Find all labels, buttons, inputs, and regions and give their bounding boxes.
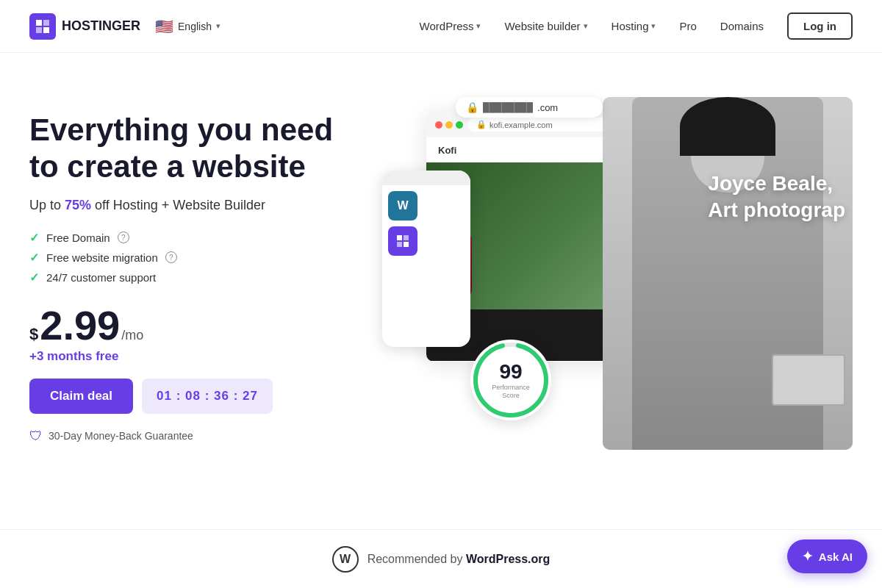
hero-title: Everything you need to create a website [29, 112, 368, 186]
joyce-beale-text: Joyce Beale,Art photograp [708, 171, 845, 224]
wordpress-icon: W [388, 191, 417, 220]
chevron-down-icon: ▾ [216, 21, 220, 31]
price-block: $ 2.99 /mo +3 months free [29, 305, 368, 364]
svg-rect-5 [404, 235, 409, 240]
dot-red [435, 121, 442, 129]
subtitle-suffix: off Hosting + Website Builder [91, 198, 265, 212]
dot-green [456, 121, 463, 129]
features-list: ✓ Free Domain ? ✓ Free website migration… [29, 231, 368, 284]
recommended-prefix: Recommended by [368, 553, 466, 565]
svg-rect-3 [43, 27, 49, 33]
hero-subtitle: Up to 75% off Hosting + Website Builder [29, 198, 368, 213]
score-label: PerformanceScore [492, 384, 530, 400]
price-dollar: $ [29, 325, 38, 344]
phone-body: W [382, 185, 470, 262]
chevron-down-icon: ▾ [651, 21, 656, 31]
check-icon: ✓ [29, 231, 39, 245]
nav-menu: WordPress ▾ Website builder ▾ Hosting ▾ … [420, 12, 853, 40]
chevron-down-icon: ▾ [476, 21, 481, 31]
claim-deal-button[interactable]: Claim deal [29, 379, 133, 414]
score-number: 99 [499, 360, 522, 384]
phone-status-bar [382, 171, 470, 185]
dot-yellow [445, 121, 453, 129]
login-button[interactable]: Log in [787, 12, 853, 40]
brand-name: HOSTINGER [62, 18, 140, 34]
svg-rect-2 [36, 27, 42, 33]
feature-label: Free website migration [46, 251, 158, 264]
check-icon: ✓ [29, 270, 39, 284]
subtitle-prefix: Up to [29, 198, 65, 212]
discount-highlight: 75% [65, 198, 91, 212]
svg-rect-0 [36, 20, 42, 26]
svg-rect-7 [404, 242, 409, 247]
person-hair [680, 97, 775, 156]
lock-icon: 🔒 [476, 120, 487, 129]
url-text: ████████ [483, 102, 533, 112]
nav-label-hosting: Hosting [612, 20, 649, 32]
shield-icon: 🛡 [29, 429, 43, 444]
guarantee-badge: 🛡 30-Day Money-Back Guarantee [29, 429, 368, 444]
svg-rect-4 [397, 235, 402, 240]
feature-item: ✓ Free Domain ? [29, 231, 368, 245]
chevron-down-icon: ▾ [584, 21, 588, 31]
recommended-link[interactable]: WordPress.org [466, 553, 550, 565]
info-icon[interactable]: ? [165, 251, 177, 263]
price-main: 2.99 [40, 305, 120, 346]
navbar: HOSTINGER 🇺🇸 English ▾ WordPress ▾ Websi… [0, 0, 882, 53]
info-icon[interactable]: ? [118, 232, 129, 243]
feature-item: ✓ 24/7 customer support [29, 270, 368, 284]
kofi-logo: Kofi [438, 145, 456, 156]
countdown-timer: 01 : 08 : 36 : 27 [142, 379, 273, 414]
browser-dots [435, 121, 463, 129]
nav-label-domains: Domains [720, 20, 764, 32]
ask-ai-label: Ask AI [819, 551, 853, 563]
person-silhouette [603, 97, 853, 450]
cta-row: Claim deal 01 : 08 : 36 : 27 [29, 379, 368, 414]
browser-url-text: kofi.example.com [490, 121, 553, 129]
nav-label-pro: Pro [679, 20, 696, 32]
logo[interactable]: HOSTINGER [29, 13, 140, 40]
hero-section: Everything you need to create a website … [0, 53, 882, 529]
url-bar-floating: 🔒 ████████ .com [456, 97, 603, 118]
price-row: $ 2.99 /mo [29, 305, 368, 346]
square-icon [388, 226, 417, 256]
url-domain: .com [537, 102, 558, 113]
nav-left: HOSTINGER 🇺🇸 English ▾ [29, 13, 220, 40]
hero-content: Everything you need to create a website … [29, 97, 368, 444]
performance-score-badge: 99 PerformanceScore [470, 340, 551, 420]
nav-item-website-builder[interactable]: Website builder ▾ [504, 20, 587, 32]
flag-icon: 🇺🇸 [155, 18, 173, 35]
nav-item-hosting[interactable]: Hosting ▾ [612, 20, 656, 32]
guarantee-text: 30-Day Money-Back Guarantee [49, 430, 193, 442]
language-label: English [178, 21, 212, 32]
nav-item-pro[interactable]: Pro [679, 20, 696, 32]
svg-rect-1 [43, 20, 49, 26]
lock-icon: 🔒 [466, 101, 478, 113]
sparkle-icon: ✦ [802, 548, 813, 564]
laptop [772, 354, 845, 406]
nav-item-domains[interactable]: Domains [720, 20, 764, 32]
price-extra: +3 months free [29, 349, 368, 364]
check-icon: ✓ [29, 251, 39, 265]
nav-item-wordpress[interactable]: WordPress ▾ [420, 20, 481, 32]
feature-label: Free Domain [46, 232, 110, 244]
feature-item: ✓ Free website migration ? [29, 251, 368, 265]
svg-rect-6 [397, 242, 402, 247]
wordpress-badge: W [332, 546, 359, 573]
recommended-text: Recommended by WordPress.org [368, 553, 551, 566]
person-image: Joyce Beale,Art photograp [603, 97, 853, 450]
price-mo: /mo [121, 328, 143, 343]
nav-label-website-builder: Website builder [504, 20, 580, 32]
logo-icon [29, 13, 56, 40]
ask-ai-button[interactable]: ✦ Ask AI [787, 539, 867, 573]
hero-image-area: 🔒 ████████ .com W [382, 97, 853, 465]
feature-label: 24/7 customer support [46, 271, 156, 284]
footer-strip: W Recommended by WordPress.org [0, 529, 882, 588]
language-selector[interactable]: 🇺🇸 English ▾ [155, 18, 220, 35]
phone-mockup: W [382, 171, 470, 347]
nav-label-wordpress: WordPress [420, 20, 474, 32]
